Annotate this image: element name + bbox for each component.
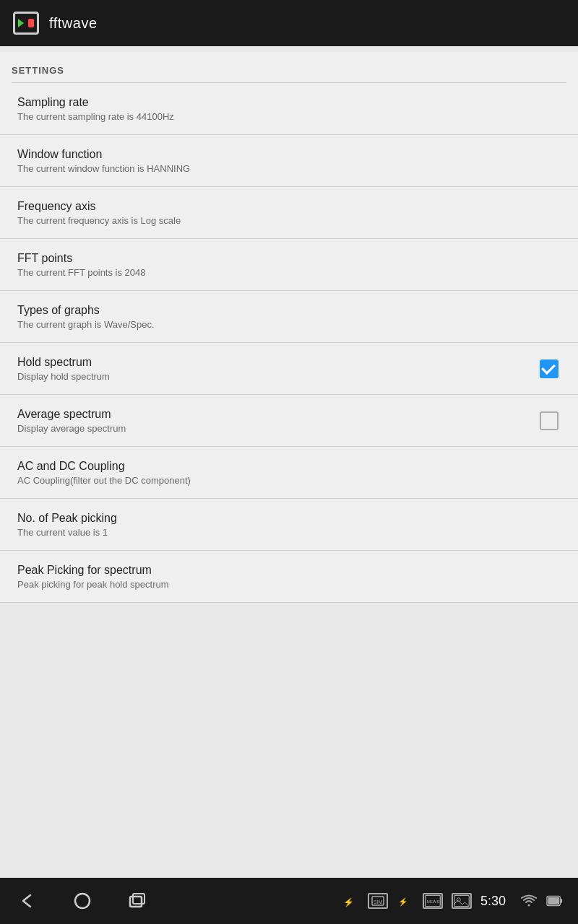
setting-text-average-spectrum: Average spectrumDisplay average spectrum: [17, 408, 538, 434]
settings-label: SETTINGS: [12, 65, 64, 76]
checkbox-hold-spectrum[interactable]: [538, 357, 561, 380]
setting-item-window-function[interactable]: Window functionThe current window functi…: [0, 135, 578, 187]
nav-time: 5:30: [480, 894, 506, 909]
wifi-icon: [520, 894, 538, 908]
setting-item-ac-dc-coupling[interactable]: AC and DC CouplingAC Coupling(filter out…: [0, 447, 578, 499]
svg-text:SIM: SIM: [374, 899, 383, 905]
recents-button[interactable]: [124, 888, 150, 914]
battery-icon: [546, 894, 564, 908]
app-icon: [12, 9, 40, 38]
settings-header: SETTINGS: [0, 52, 578, 82]
nav-right: ⚡ SIM ⚡ NEWS: [342, 893, 564, 909]
setting-subtitle-window-function: The current window function is HANNING: [17, 163, 561, 174]
setting-subtitle-peak-picking-no: The current value is 1: [17, 527, 561, 538]
setting-text-peak-picking-spectrum: Peak Picking for spectrumPeak picking fo…: [17, 564, 561, 590]
setting-item-peak-picking-no[interactable]: No. of Peak pickingThe current value is …: [0, 499, 578, 551]
setting-title-peak-picking-spectrum: Peak Picking for spectrum: [17, 564, 561, 577]
setting-item-peak-picking-spectrum[interactable]: Peak Picking for spectrumPeak picking fo…: [0, 551, 578, 603]
news-icon: NEWS: [423, 893, 443, 909]
svg-rect-1: [130, 897, 142, 907]
setting-subtitle-types-of-graphs: The current graph is Wave/Spec.: [17, 319, 561, 330]
svg-rect-12: [548, 897, 559, 905]
setting-title-hold-spectrum: Hold spectrum: [17, 356, 538, 369]
app-title: fftwave: [49, 15, 98, 32]
setting-text-frequency-axis: Frequency axisThe current frequency axis…: [17, 200, 561, 226]
setting-text-hold-spectrum: Hold spectrumDisplay hold spectrum: [17, 356, 538, 382]
back-button[interactable]: [14, 888, 40, 914]
checkbox-average-spectrum[interactable]: [538, 409, 561, 432]
svg-text:NEWS: NEWS: [426, 899, 439, 904]
setting-title-sampling-rate: Sampling rate: [17, 96, 561, 109]
setting-item-fft-points[interactable]: FFT pointsThe current FFT points is 2048: [0, 239, 578, 291]
svg-text:⚡: ⚡: [398, 897, 408, 907]
setting-subtitle-average-spectrum: Display average spectrum: [17, 423, 538, 434]
setting-title-average-spectrum: Average spectrum: [17, 408, 538, 421]
setting-text-peak-picking-no: No. of Peak pickingThe current value is …: [17, 512, 561, 538]
content: SETTINGS Sampling rateThe current sampli…: [0, 46, 578, 878]
usb-storage-icon: ⚡: [397, 894, 414, 908]
setting-subtitle-frequency-axis: The current frequency axis is Log scale: [17, 215, 561, 226]
nav-bar: ⚡ SIM ⚡ NEWS: [0, 878, 578, 924]
home-button[interactable]: [69, 888, 95, 914]
svg-rect-13: [560, 899, 562, 903]
setting-item-hold-spectrum[interactable]: Hold spectrumDisplay hold spectrum: [0, 343, 578, 395]
setting-text-window-function: Window functionThe current window functi…: [17, 148, 561, 174]
setting-subtitle-peak-picking-spectrum: Peak picking for peak hold spectrum: [17, 579, 561, 590]
setting-title-frequency-axis: Frequency axis: [17, 200, 561, 213]
setting-text-sampling-rate: Sampling rateThe current sampling rate i…: [17, 96, 561, 122]
setting-text-ac-dc-coupling: AC and DC CouplingAC Coupling(filter out…: [17, 460, 561, 486]
setting-subtitle-sampling-rate: The current sampling rate is 44100Hz: [17, 111, 561, 122]
nav-left: [14, 888, 150, 914]
setting-subtitle-fft-points: The current FFT points is 2048: [17, 267, 561, 278]
photo-icon: [452, 893, 472, 909]
svg-rect-2: [133, 894, 144, 904]
setting-title-fft-points: FFT points: [17, 252, 561, 265]
setting-subtitle-hold-spectrum: Display hold spectrum: [17, 371, 538, 382]
sim-icon: SIM: [368, 893, 388, 909]
svg-rect-9: [454, 895, 470, 906]
svg-text:⚡: ⚡: [343, 897, 354, 907]
setting-title-peak-picking-no: No. of Peak picking: [17, 512, 561, 525]
setting-item-average-spectrum[interactable]: Average spectrumDisplay average spectrum: [0, 395, 578, 447]
setting-item-frequency-axis[interactable]: Frequency axisThe current frequency axis…: [0, 187, 578, 239]
settings-list: Sampling rateThe current sampling rate i…: [0, 83, 578, 603]
setting-text-types-of-graphs: Types of graphsThe current graph is Wave…: [17, 304, 561, 330]
app-bar: fftwave: [0, 0, 578, 46]
setting-item-sampling-rate[interactable]: Sampling rateThe current sampling rate i…: [0, 83, 578, 135]
usb-icon: ⚡: [342, 894, 359, 908]
setting-title-types-of-graphs: Types of graphs: [17, 304, 561, 317]
setting-title-ac-dc-coupling: AC and DC Coupling: [17, 460, 561, 473]
setting-subtitle-ac-dc-coupling: AC Coupling(filter out the DC component): [17, 475, 561, 486]
setting-title-window-function: Window function: [17, 148, 561, 161]
svg-point-0: [75, 894, 90, 908]
setting-text-fft-points: FFT pointsThe current FFT points is 2048: [17, 252, 561, 278]
settings-container: SETTINGS Sampling rateThe current sampli…: [0, 52, 578, 603]
setting-item-types-of-graphs[interactable]: Types of graphsThe current graph is Wave…: [0, 291, 578, 343]
